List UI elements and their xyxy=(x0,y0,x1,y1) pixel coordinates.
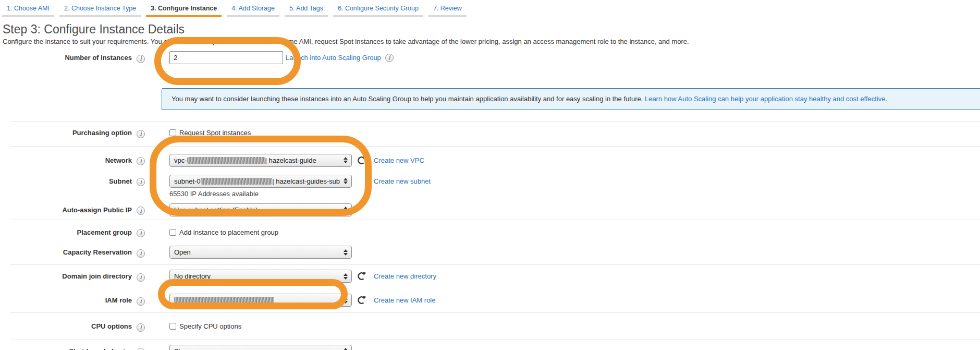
number-of-instances-input[interactable] xyxy=(169,51,283,64)
divider xyxy=(10,146,980,147)
create-new-iam-role-link[interactable]: Create new IAM role xyxy=(374,296,436,304)
info-icon[interactable]: i xyxy=(137,273,145,282)
iam-role-label: IAM role xyxy=(0,294,132,307)
row-purchasing-option: Purchasing option i Request Spot instanc… xyxy=(0,128,980,138)
row-shutdown-behavior: Shutdown behavior i Stop xyxy=(0,345,980,350)
tab-configure-instance[interactable]: 3. Configure Instance xyxy=(146,5,222,17)
iam-role-select[interactable] xyxy=(169,294,352,307)
select-caret-icon xyxy=(344,273,348,280)
refresh-icon[interactable] xyxy=(357,295,366,305)
select-caret-icon xyxy=(344,297,348,304)
subnet-ip-availability-note: 65530 IP Addresses available xyxy=(169,190,980,198)
purchasing-option-label: Purchasing option xyxy=(0,128,132,137)
refresh-icon[interactable] xyxy=(357,271,366,281)
create-new-vpc-link[interactable]: Create new VPC xyxy=(374,156,424,164)
divider xyxy=(10,121,980,122)
page-description: Configure the instance to suit your requ… xyxy=(3,38,980,46)
capacity-reservation-select[interactable]: Open xyxy=(169,246,352,259)
tab-review[interactable]: 7. Review xyxy=(428,5,467,17)
tab-add-tags[interactable]: 5. Add Tags xyxy=(285,5,328,17)
configure-instance-page: 1. Choose AMI 2. Choose Instance Type 3.… xyxy=(0,0,980,350)
subnet-select[interactable]: subnet-0 | hazelcast-guides-sub xyxy=(169,175,352,188)
divider xyxy=(10,312,980,313)
divider xyxy=(10,220,980,220)
select-caret-icon xyxy=(344,348,348,350)
row-domain-join-directory: Domain join directory i No directory Cre… xyxy=(0,270,980,283)
divider xyxy=(10,264,980,265)
subnet-value-prefix: subnet-0 xyxy=(174,177,201,185)
subnet-value-suffix: | hazelcast-guides-sub xyxy=(272,177,340,185)
subnet-label: Subnet xyxy=(0,175,132,188)
row-iam-role: IAM role i Create new IAM role xyxy=(0,294,980,307)
capacity-reservation-label: Capacity Reservation xyxy=(0,246,132,259)
redacted-vpc-id xyxy=(187,157,265,164)
info-icon[interactable]: i xyxy=(137,157,145,165)
request-spot-instances-checkbox[interactable] xyxy=(169,129,176,136)
info-icon[interactable]: i xyxy=(137,323,145,332)
add-instance-to-placement-group-checkbox[interactable] xyxy=(169,229,176,236)
number-of-instances-label: Number of instances xyxy=(0,51,132,64)
info-icon[interactable]: i xyxy=(137,55,145,63)
notice-text: You may want to consider launching these… xyxy=(172,95,645,103)
network-select[interactable]: vpc- | hazelcast-guide xyxy=(169,154,352,167)
tab-configure-security-group[interactable]: 6. Configure Security Group xyxy=(333,5,423,17)
row-network: Network i vpc- | hazelcast-guide Create … xyxy=(0,154,980,167)
info-icon[interactable]: i xyxy=(137,249,145,258)
select-caret-icon xyxy=(344,157,348,163)
auto-scaling-learn-more-link[interactable]: Learn how Auto Scaling can help your app… xyxy=(645,95,886,103)
auto-scaling-notice: You may want to consider launching these… xyxy=(162,88,980,110)
create-new-subnet-link[interactable]: Create new subnet xyxy=(374,177,431,185)
select-caret-icon xyxy=(344,207,348,213)
info-icon[interactable]: i xyxy=(385,54,394,62)
row-auto-assign-public-ip: Auto-assign Public IP i Use subnet setti… xyxy=(0,203,980,216)
row-cpu-options: CPU options i Specify CPU options xyxy=(0,322,980,332)
network-label: Network xyxy=(0,154,132,167)
specify-cpu-options-label: Specify CPU options xyxy=(179,322,241,330)
tab-choose-instance-type[interactable]: 2. Choose Instance Type xyxy=(59,5,141,17)
info-icon[interactable]: i xyxy=(137,207,145,215)
info-icon[interactable]: i xyxy=(137,130,145,138)
row-number-of-instances: Number of instances i Launch into Auto S… xyxy=(0,51,980,64)
auto-assign-public-ip-select[interactable]: Use subnet setting (Enable) xyxy=(169,203,352,216)
info-icon[interactable]: i xyxy=(137,297,145,306)
domain-join-directory-select[interactable]: No directory xyxy=(169,270,352,283)
info-icon[interactable]: i xyxy=(137,178,145,186)
divider xyxy=(10,340,980,340)
row-placement-group: Placement group i Add instance to placem… xyxy=(0,228,980,238)
refresh-icon[interactable] xyxy=(357,155,366,165)
capacity-reservation-value: Open xyxy=(174,248,191,256)
select-caret-icon xyxy=(344,178,348,184)
tab-choose-ami[interactable]: 1. Choose AMI xyxy=(2,5,54,17)
request-spot-instances-label: Request Spot instances xyxy=(179,129,251,137)
auto-assign-public-ip-value: Use subnet setting (Enable) xyxy=(174,206,258,214)
row-subnet: Subnet i subnet-0 | hazelcast-guides-sub… xyxy=(0,175,980,198)
cpu-options-label: CPU options xyxy=(0,322,132,331)
info-icon[interactable]: i xyxy=(137,229,145,237)
create-new-directory-link[interactable]: Create new directory xyxy=(374,272,436,280)
add-instance-to-placement-group-label: Add instance to placement group xyxy=(179,228,278,236)
network-value-prefix: vpc- xyxy=(174,156,187,164)
shutdown-behavior-value: Stop xyxy=(174,347,188,350)
network-value-suffix: | hazelcast-guide xyxy=(265,156,316,164)
info-icon[interactable]: i xyxy=(137,348,145,350)
specify-cpu-options-checkbox[interactable] xyxy=(169,323,176,330)
redacted-iam-role-name xyxy=(174,297,274,304)
tab-add-storage[interactable]: 4. Add Storage xyxy=(227,5,279,17)
redacted-subnet-id xyxy=(201,178,273,185)
placement-group-label: Placement group xyxy=(0,228,132,237)
launch-into-auto-scaling-group-link[interactable]: Launch into Auto Scaling Group xyxy=(286,54,381,62)
wizard-step-tabs: 1. Choose AMI 2. Choose Instance Type 3.… xyxy=(0,0,980,17)
notice-suffix: . xyxy=(885,95,887,103)
domain-join-directory-label: Domain join directory xyxy=(0,270,132,283)
auto-assign-public-ip-label: Auto-assign Public IP xyxy=(0,203,132,216)
domain-join-directory-value: No directory xyxy=(174,272,211,280)
shutdown-behavior-select[interactable]: Stop xyxy=(169,345,352,350)
page-title: Step 3: Configure Instance Details xyxy=(3,22,980,36)
row-capacity-reservation: Capacity Reservation i Open xyxy=(0,246,980,259)
shutdown-behavior-label: Shutdown behavior xyxy=(0,345,132,350)
select-caret-icon xyxy=(344,249,348,256)
